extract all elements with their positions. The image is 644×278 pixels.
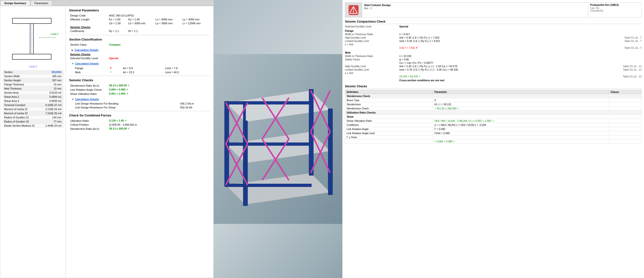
kx-value: Kx = 1.00 (108, 17, 128, 21)
lambda-compare-value-text: 9.917 > 7.832 ✗ (399, 46, 418, 49)
ductility-value: Special (109, 57, 118, 60)
web-icon: ✓ (110, 71, 112, 73)
svg-rect-2 (12, 54, 51, 59)
section-prop-label: Web Thickness (3, 87, 41, 91)
calc-details-row1: ▶ Calculation Details (69, 48, 210, 51)
report-rev: Rev : 1 (364, 7, 586, 10)
calc-details-row3: ▼ Calculation Details (69, 98, 210, 101)
company-logo-svg (348, 4, 359, 15)
section-prop-value: 134 mm (41, 115, 63, 120)
section-drawing-panel: Local 2 Local 3 SectionW12X65Section Wid… (0, 6, 66, 278)
cross-section-note-row: Cross-section conditions are not met (345, 79, 642, 82)
coeff-report-formula: ρ' = ( NEd / N0,Rd ) / ( VEd / V0,Rd ) =… (433, 123, 609, 127)
ca-formula: Ca = ( 1/φ ) Pu / Pc = 0.00577 (399, 61, 642, 64)
web-limit: Limit = 60.5 (164, 70, 213, 74)
calc-details-row2: ▼ Calculation Details (69, 62, 210, 65)
calc-details-link1[interactable]: Calculation Details (74, 48, 98, 51)
tab-bar: Design Summary Parameters (0, 0, 213, 6)
report-meta: Protayazilim Dev (18813) Calc. By : Chec… (588, 3, 641, 17)
link-bending-label: Link Design Resistance For Bending: (74, 102, 179, 105)
limited-ductility-formula: λmd = 0.38 √( E / ( Ry Fy ) ) = 9.921 (399, 39, 616, 42)
slenderness-check-label: Slenderness Check (345, 106, 433, 111)
section-prop-label: Moment of Inertia 22 (3, 107, 41, 111)
web-high-formula: λhd = 2.45 √( E / ( Ry Fy ) ) ( 1 - 1.04… (399, 65, 616, 68)
section-prop-label: Section Area (3, 91, 41, 95)
section-prop-value: 7.242E-05 m4 (41, 111, 63, 115)
web-lambda-spacer (345, 75, 398, 78)
web-label: Web: (74, 70, 109, 74)
viewport-panel (214, 0, 342, 278)
section-prop-label: Shear Area 3 (3, 99, 41, 103)
width-thickness-row: Width to Thickness Ratio λ = 9.917 (345, 33, 642, 36)
critical-label: Critical Position: (69, 123, 108, 127)
section-prop-value: 15 mm (41, 82, 63, 87)
lambda-compare-clause: Table D1.1b - 7 (617, 46, 642, 49)
svg-rect-11 (328, 109, 332, 195)
ductility-report-row: Selected Ductility Level Special (345, 25, 642, 28)
checked-by-label: Checked By : (590, 9, 604, 12)
link-rot-limit-label: Link Rotation Angle Limit (345, 131, 433, 135)
section-name-value[interactable]: W12X65 (52, 71, 62, 73)
flange-subheading: Flange (345, 29, 642, 32)
link-shear-label: Link Design Resistance For Shear: (74, 105, 179, 109)
section-prop-label: Moment of Inertia 33 (3, 111, 41, 115)
svg-rect-0 (12, 18, 51, 23)
web-high-clause: Table D1.1b - 13 (617, 65, 642, 68)
width-thickness-label: Width to Thickness Ratio (345, 33, 398, 36)
left-panel: Design Summary Parameters Loc (0, 0, 214, 278)
link-shear-value: 502.34 kN (179, 105, 213, 109)
safety-factor-row: Safety Factor φ = 0.90 (345, 58, 642, 61)
lambda-compare-label: λ > λhd (345, 43, 398, 46)
link-rot-limit-value: Γlimit = 0.080 (433, 131, 609, 135)
brace-type-value: 0 (433, 98, 609, 102)
ca-formula-spacer (345, 61, 398, 64)
col-definition: Definition (345, 90, 433, 94)
ry-value: Ry = 1.1 (108, 29, 128, 33)
tab-parameters[interactable]: Parameters (30, 0, 52, 6)
calc-details-link2[interactable]: Calculation Details (75, 62, 99, 65)
high-ductility-clause: Table D1.1b - 7 (617, 36, 642, 39)
report-title-block: Steel Column Design Rev : 1 (362, 3, 588, 17)
util-label-cf: Utilization Ratio: (69, 119, 108, 123)
cb-value: Cb = 1.00 (108, 21, 128, 25)
calc-details-link3[interactable]: Calculation Details (75, 98, 99, 101)
shear-sub-heading: Shear (345, 115, 642, 119)
section-prop-value: 2.219E-04 m4 (41, 107, 63, 111)
section-prop-label: Section Height (3, 78, 41, 82)
high-ductility-formula: λhd = 0.30 √( E / ( Ry Fy ) ) = 7.832 (399, 36, 616, 39)
section-prop-value: 1.444E-03 m3 (41, 124, 63, 128)
ky-value: Ky = 1.00 (128, 17, 155, 21)
util-ratio-heading: Utilization Ratio Checks (345, 111, 642, 115)
high-ductility-label: High Ductility Limit (345, 36, 398, 39)
brace-type-label: Brace Type (345, 98, 433, 102)
section-classification-heading: Section Classification (69, 38, 210, 41)
section-prop-value: 77 mm (41, 120, 63, 124)
seismic-heading-sc: Seismic Checks (70, 53, 90, 56)
seismic-compactness-title: Seismic Compactness Check (345, 20, 642, 24)
coefficients-label: Coefficients: (69, 29, 108, 33)
seismic-checks-table: Slenderness Ratio (kL/r): 39.13 ≤ 200.00… (69, 83, 210, 96)
report-panel: Steel Column Design Rev : 1 Protayazilim… (342, 0, 644, 278)
safety-factor-value: φ = 0.90 (399, 58, 642, 61)
web-limited-row: Limited Ductility Limit λmd = 3.76 √( E … (345, 68, 642, 71)
section-prop-value: 0.0126 m2 (41, 91, 63, 95)
slenderness-value-sc: 39.13 ≤ 200.00 ✓ (109, 84, 130, 87)
lambda-compare-row: 9.917 > 7.832 ✗ Table D1.1b - 7 (345, 46, 642, 49)
lp-value: Lp = 3695 mm (154, 21, 182, 25)
triangle-icon2: ▼ (72, 62, 74, 65)
util-value-cf: 0.130 < 1.00 ✓ (109, 119, 127, 122)
shear-util-report-label: Shear Utilization Ratio (345, 119, 433, 123)
ductility-report-value: Special (399, 25, 642, 28)
lr-value: Lr = 12586 mm (182, 21, 210, 25)
tab-design-summary[interactable]: Design Summary (0, 0, 30, 6)
3d-viewport[interactable] (214, 0, 342, 278)
triangle-icon3: ▼ (72, 98, 74, 101)
slenderness-label-cf: Slenderness Ratio (kL/r): (69, 127, 108, 131)
svg-rect-13 (225, 101, 312, 104)
limited-ductility-row: Limited Ductility Limit λmd = 0.38 √( E … (345, 39, 642, 42)
link-rotation-label: Link Rotation Angle Check: (69, 88, 108, 92)
section-prop-value: 0.0094 m2 (41, 95, 63, 99)
section-prop-value: 307 mm (41, 78, 63, 82)
section-properties-table: SectionW12X65Section Width305 mmSection … (3, 70, 63, 128)
report-checked-row: Checked By : (590, 9, 640, 12)
